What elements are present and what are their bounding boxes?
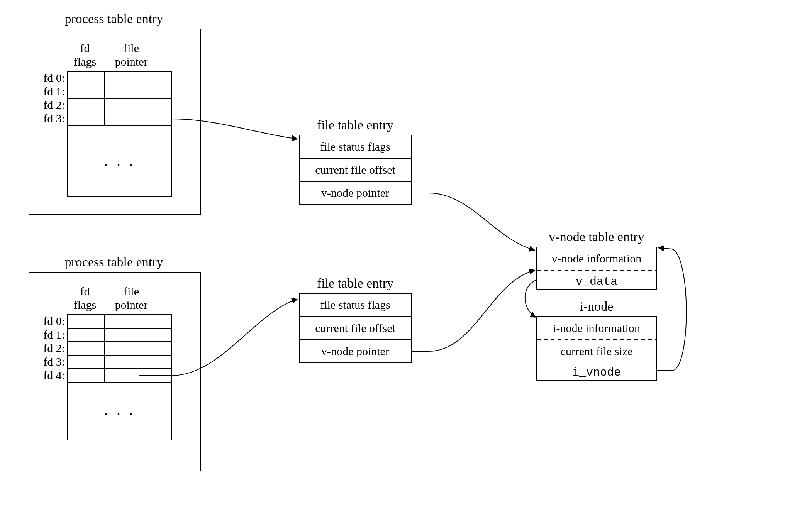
arrow-vdata-to-inode [525,280,537,317]
file-table-2: file table entry file status flags curre… [299,276,411,363]
proc2-title: process table entry [65,255,163,269]
proc2-col1-bot: flags [74,298,96,311]
arrow-file1-to-vnode [411,193,535,250]
proc2-row2: fd 2: [43,342,65,354]
proc2-row3: fd 3: [43,355,65,368]
vnode-table: v-node table entry v-node information v_… [537,230,656,290]
file-table-1: file table entry file status flags curre… [299,118,411,205]
arrow-proc2-to-file2 [139,299,297,376]
inode-r1: i-node information [553,322,640,334]
file1-title: file table entry [317,118,393,132]
proc1-title: process table entry [65,12,163,26]
file2-r2: current file offset [315,322,395,334]
proc2-col1-top: fd [80,285,90,298]
proc2-row0: fd 0: [43,315,65,327]
proc1-col2-bot: pointer [115,55,148,68]
diagram-canvas: process table entry fd flags file pointe… [0,0,812,508]
proc1-row2: fd 2: [43,98,65,111]
file2-r1: file status flags [320,298,390,311]
proc1-fd-table [68,71,172,197]
inode-r3: i_vnode [572,366,621,379]
file1-r3: v-node pointer [321,186,389,199]
arrow-file2-to-vnode [411,270,535,351]
proc1-col1-top: fd [80,42,90,54]
proc2-ellipsis: . . . [104,401,135,418]
arrow-proc1-to-file1 [139,119,297,139]
file1-r1: file status flags [320,140,390,153]
vnode-r2: v_data [576,275,617,288]
process-table-2: process table entry fd flags file pointe… [29,255,201,471]
proc2-col2-bot: pointer [115,298,148,311]
proc2-row4: fd 4: [43,369,65,381]
inode-table: i-node i-node information current file s… [537,299,656,380]
inode-title: i-node [580,299,614,313]
proc1-col1-bot: flags [74,55,96,68]
proc1-row0: fd 0: [43,71,65,84]
proc1-col2-top: file [124,42,139,54]
inode-r2: current file size [561,345,633,357]
proc2-col2-top: file [124,285,139,298]
arrow-ivnode-to-vnode [656,248,687,371]
file2-title: file table entry [317,276,393,290]
proc1-row1: fd 1: [43,85,65,98]
vnode-title: v-node table entry [549,230,644,244]
proc1-ellipsis: . . . [104,152,135,169]
process-table-1: process table entry fd flags file pointe… [29,12,201,214]
proc2-row1: fd 1: [43,328,65,341]
vnode-r1: v-node information [552,252,641,265]
proc1-row3: fd 3: [43,112,65,125]
file1-r2: current file offset [315,163,395,176]
proc2-fd-table [68,315,172,440]
file2-r3: v-node pointer [321,345,389,357]
